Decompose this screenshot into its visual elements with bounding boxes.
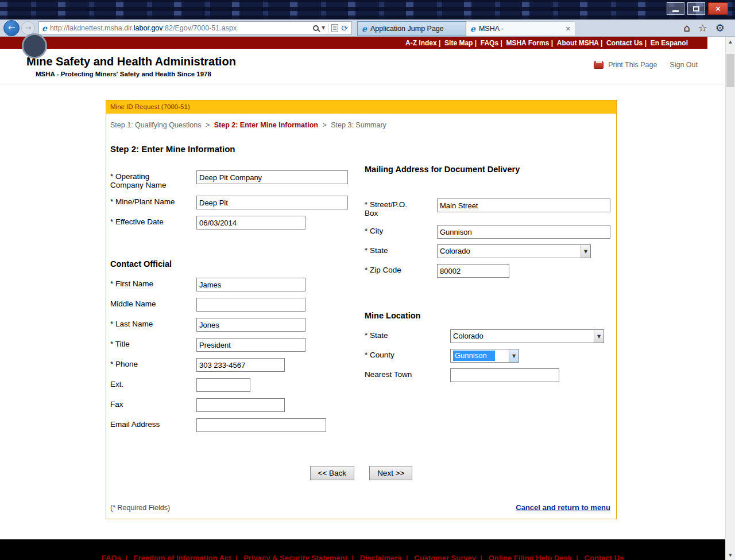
browser-navbar: ← → e http://lakdnettest.msha.dir.labor.… xyxy=(0,20,735,37)
site-subtitle: MSHA - Protecting Miners' Safety and Hea… xyxy=(36,71,211,77)
breadcrumb-step-3: Step 3: Summary xyxy=(331,121,386,129)
first-name-input[interactable] xyxy=(196,278,305,291)
effective-date-input[interactable] xyxy=(196,216,305,230)
phone-label: * Phone xyxy=(110,358,196,368)
cancel-return-link[interactable]: Cancel and return to menu xyxy=(516,503,610,512)
minimize-button[interactable] xyxy=(667,2,684,15)
top-nav-msha-forms[interactable]: MSHA Forms xyxy=(506,39,556,47)
footer-disclaimers[interactable]: Disclaimers xyxy=(360,554,412,560)
operating-company-label: * Operating Company Name xyxy=(110,170,196,189)
breadcrumb-step-2: Step 2: Enter Mine Information xyxy=(214,121,318,129)
footer-links: FAQs Freedom of Information Act Privacy … xyxy=(0,554,725,560)
email-input[interactable] xyxy=(196,418,326,432)
footer-help-desk[interactable]: Online Filing Help Desk xyxy=(489,554,582,560)
required-fields-note: (* Required Fields) xyxy=(110,504,170,512)
compatibility-view-icon[interactable] xyxy=(331,24,338,32)
field-row: Fax xyxy=(110,398,361,412)
fax-input[interactable] xyxy=(196,398,285,412)
printer-icon[interactable] xyxy=(594,61,604,69)
search-icon[interactable] xyxy=(313,25,319,31)
mine-state-value: Colorado xyxy=(451,330,594,343)
sign-out-link[interactable]: Sign Out xyxy=(670,61,698,69)
tab-application-jump-page[interactable]: e Application Jump Page xyxy=(357,21,466,36)
home-icon[interactable]: ⌂ xyxy=(683,23,690,33)
top-nav-a-z-index[interactable]: A-Z Index xyxy=(405,39,444,47)
footer-contact-us[interactable]: Contact Us xyxy=(585,554,624,560)
site-footer: FAQs Freedom of Information Act Privacy … xyxy=(0,539,725,560)
title-input[interactable] xyxy=(196,338,305,352)
back-icon: ← xyxy=(8,24,16,32)
chevron-down-icon[interactable]: ▼ xyxy=(509,349,519,362)
contact-official-heading: Contact Official xyxy=(110,259,361,269)
breadcrumb: Step 1: Qualifying Questions > Step 2: E… xyxy=(110,121,612,129)
maximize-icon xyxy=(693,6,699,11)
panel-title: Mine ID Request (7000-51) xyxy=(106,100,616,114)
field-row: Ext. xyxy=(110,378,361,392)
chevron-down-icon[interactable]: ▼ xyxy=(581,245,590,258)
tab-msha[interactable]: e MSHA - ✕ xyxy=(466,21,575,36)
middle-name-input[interactable] xyxy=(196,298,305,312)
county-select[interactable]: Gunnison ▼ xyxy=(450,349,519,363)
back-step-button[interactable]: << Back xyxy=(310,466,355,480)
ext-input[interactable] xyxy=(196,378,250,392)
field-row: * Street/P.O. Box xyxy=(365,199,614,217)
footer-customer-survey[interactable]: Customer Survey xyxy=(414,554,486,560)
field-row: * State Colorado ▼ xyxy=(365,329,614,343)
field-row: * First Name xyxy=(110,278,361,291)
forward-button[interactable]: → xyxy=(21,21,35,35)
forward-icon: → xyxy=(25,24,32,32)
window-controls: ✕ xyxy=(667,2,728,15)
next-step-button[interactable]: Next >> xyxy=(369,466,412,480)
field-row: * Last Name xyxy=(110,318,361,332)
street-input[interactable] xyxy=(437,199,610,212)
breadcrumb-step-1[interactable]: Step 1: Qualifying Questions xyxy=(110,121,201,129)
field-row: * Zip Code xyxy=(365,264,614,278)
mine-state-select[interactable]: Colorado ▼ xyxy=(450,329,604,343)
print-this-page-link[interactable]: Print This Page xyxy=(608,61,657,69)
mailing-state-label: * State xyxy=(365,244,437,255)
close-button[interactable]: ✕ xyxy=(708,2,728,15)
chevron-down-icon[interactable]: ▼ xyxy=(594,330,604,343)
phone-input[interactable] xyxy=(196,358,285,372)
city-input[interactable] xyxy=(437,225,610,239)
gear-icon[interactable]: ⚙ xyxy=(715,23,725,33)
tab-label: Application Jump Page xyxy=(370,25,462,33)
mailing-state-value: Colorado xyxy=(438,245,581,258)
operating-company-input[interactable] xyxy=(196,170,348,184)
breadcrumb-separator: > xyxy=(322,121,326,129)
top-nav-faqs[interactable]: FAQs xyxy=(481,39,506,47)
tab-close-icon[interactable]: ✕ xyxy=(566,26,571,32)
footer-faqs[interactable]: FAQs xyxy=(102,554,131,560)
mailing-address-heading: Mailing Address for Document Delivery xyxy=(365,165,614,174)
field-row: * State Colorado ▼ xyxy=(365,244,614,258)
address-bar[interactable]: e http://lakdnettest.msha.dir.labor.gov:… xyxy=(38,21,351,35)
footer-foia[interactable]: Freedom of Information Act xyxy=(134,554,242,560)
refresh-icon[interactable]: ⟳ xyxy=(341,24,348,32)
chevron-down-icon[interactable]: ▼ xyxy=(322,26,325,30)
mine-id-request-panel: Mine ID Request (7000-51) Step 1: Qualif… xyxy=(106,100,617,519)
maximize-button[interactable] xyxy=(687,2,705,15)
middle-name-label: Middle Name xyxy=(110,298,196,308)
form-buttons: << Back Next >> xyxy=(106,466,616,480)
back-button[interactable]: ← xyxy=(3,20,20,36)
mailing-state-select[interactable]: Colorado ▼ xyxy=(437,244,591,258)
field-row: * Title xyxy=(110,338,361,352)
footer-privacy[interactable]: Privacy & Security Statement xyxy=(243,554,358,560)
top-nav-contact-us[interactable]: Contact Us xyxy=(606,39,651,47)
scroll-down-icon[interactable]: ▼ xyxy=(726,550,735,560)
nearest-town-input[interactable] xyxy=(450,368,559,382)
favorites-star-icon[interactable]: ☆ xyxy=(698,23,707,33)
navbar-tools: ⌂ ☆ ⚙ xyxy=(683,23,725,33)
scroll-up-icon[interactable]: ▲ xyxy=(726,37,735,46)
zip-code-input[interactable] xyxy=(437,264,509,278)
vertical-scrollbar[interactable]: ▲ ▼ xyxy=(725,37,735,560)
tab-favicon: e xyxy=(470,25,475,33)
last-name-input[interactable] xyxy=(196,318,305,332)
top-nav-site-map[interactable]: Site Map xyxy=(444,39,481,47)
scrollbar-thumb[interactable] xyxy=(726,54,734,87)
top-nav-about-msha[interactable]: About MSHA xyxy=(557,39,606,47)
email-label: Email Address xyxy=(110,418,196,429)
mine-plant-name-input[interactable] xyxy=(196,196,348,209)
nearest-town-label: Nearest Town xyxy=(365,368,450,379)
top-nav-en-espanol[interactable]: En Espanol xyxy=(651,39,688,47)
